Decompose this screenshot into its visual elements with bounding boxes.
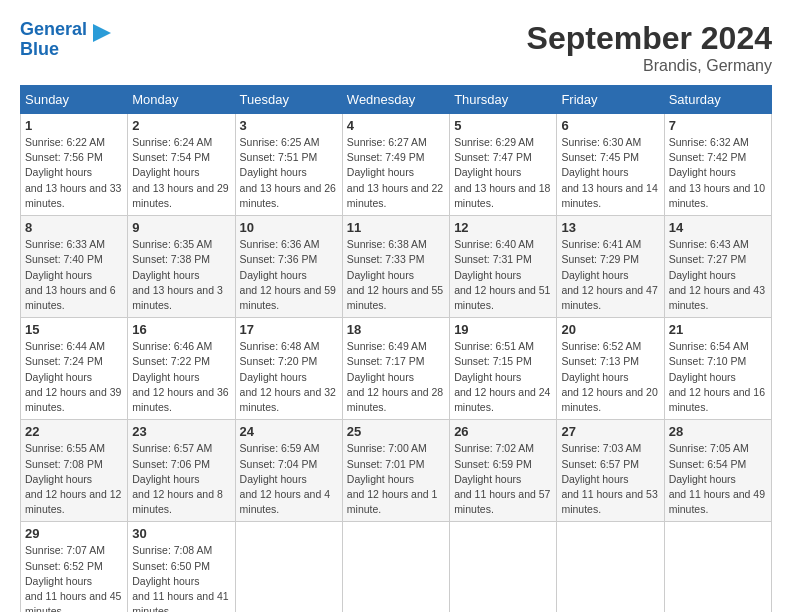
day-number: 6: [561, 118, 659, 133]
day-number: 14: [669, 220, 767, 235]
day-info: Sunrise: 6:48 AM Sunset: 7:20 PM Dayligh…: [240, 339, 338, 415]
calendar-week-row: 29 Sunrise: 7:07 AM Sunset: 6:52 PM Dayl…: [21, 522, 772, 612]
day-info: Sunrise: 6:40 AM Sunset: 7:31 PM Dayligh…: [454, 237, 552, 313]
col-saturday: Saturday: [664, 86, 771, 114]
page-header: GeneralBlue September 2024 Brandis, Germ…: [20, 20, 772, 75]
table-row: 21 Sunrise: 6:54 AM Sunset: 7:10 PM Dayl…: [664, 318, 771, 420]
calendar-header-row: Sunday Monday Tuesday Wednesday Thursday…: [21, 86, 772, 114]
day-info: Sunrise: 6:38 AM Sunset: 7:33 PM Dayligh…: [347, 237, 445, 313]
day-number: 18: [347, 322, 445, 337]
calendar-week-row: 22 Sunrise: 6:55 AM Sunset: 7:08 PM Dayl…: [21, 420, 772, 522]
table-row: 17 Sunrise: 6:48 AM Sunset: 7:20 PM Dayl…: [235, 318, 342, 420]
day-info: Sunrise: 6:54 AM Sunset: 7:10 PM Dayligh…: [669, 339, 767, 415]
table-row: 24 Sunrise: 6:59 AM Sunset: 7:04 PM Dayl…: [235, 420, 342, 522]
table-row: 5 Sunrise: 6:29 AM Sunset: 7:47 PM Dayli…: [450, 114, 557, 216]
table-row: 23 Sunrise: 6:57 AM Sunset: 7:06 PM Dayl…: [128, 420, 235, 522]
day-number: 25: [347, 424, 445, 439]
day-info: Sunrise: 6:57 AM Sunset: 7:06 PM Dayligh…: [132, 441, 230, 517]
day-info: Sunrise: 6:59 AM Sunset: 7:04 PM Dayligh…: [240, 441, 338, 517]
day-info: Sunrise: 6:27 AM Sunset: 7:49 PM Dayligh…: [347, 135, 445, 211]
day-info: Sunrise: 7:03 AM Sunset: 6:57 PM Dayligh…: [561, 441, 659, 517]
day-number: 16: [132, 322, 230, 337]
table-row: 29 Sunrise: 7:07 AM Sunset: 6:52 PM Dayl…: [21, 522, 128, 612]
empty-cell: [557, 522, 664, 612]
day-number: 7: [669, 118, 767, 133]
day-info: Sunrise: 6:43 AM Sunset: 7:27 PM Dayligh…: [669, 237, 767, 313]
table-row: 11 Sunrise: 6:38 AM Sunset: 7:33 PM Dayl…: [342, 216, 449, 318]
day-number: 12: [454, 220, 552, 235]
table-row: 14 Sunrise: 6:43 AM Sunset: 7:27 PM Dayl…: [664, 216, 771, 318]
day-number: 10: [240, 220, 338, 235]
svg-marker-0: [93, 24, 111, 42]
calendar-week-row: 8 Sunrise: 6:33 AM Sunset: 7:40 PM Dayli…: [21, 216, 772, 318]
day-info: Sunrise: 7:07 AM Sunset: 6:52 PM Dayligh…: [25, 543, 123, 612]
location: Brandis, Germany: [527, 57, 772, 75]
table-row: 2 Sunrise: 6:24 AM Sunset: 7:54 PM Dayli…: [128, 114, 235, 216]
table-row: 12 Sunrise: 6:40 AM Sunset: 7:31 PM Dayl…: [450, 216, 557, 318]
day-info: Sunrise: 6:24 AM Sunset: 7:54 PM Dayligh…: [132, 135, 230, 211]
col-wednesday: Wednesday: [342, 86, 449, 114]
day-info: Sunrise: 6:36 AM Sunset: 7:36 PM Dayligh…: [240, 237, 338, 313]
day-info: Sunrise: 7:00 AM Sunset: 7:01 PM Dayligh…: [347, 441, 445, 517]
logo: GeneralBlue: [20, 20, 113, 60]
empty-cell: [450, 522, 557, 612]
day-info: Sunrise: 6:49 AM Sunset: 7:17 PM Dayligh…: [347, 339, 445, 415]
empty-cell: [235, 522, 342, 612]
day-info: Sunrise: 7:05 AM Sunset: 6:54 PM Dayligh…: [669, 441, 767, 517]
table-row: 25 Sunrise: 7:00 AM Sunset: 7:01 PM Dayl…: [342, 420, 449, 522]
day-number: 24: [240, 424, 338, 439]
day-info: Sunrise: 6:32 AM Sunset: 7:42 PM Dayligh…: [669, 135, 767, 211]
logo-text: GeneralBlue: [20, 20, 87, 60]
table-row: 6 Sunrise: 6:30 AM Sunset: 7:45 PM Dayli…: [557, 114, 664, 216]
table-row: 3 Sunrise: 6:25 AM Sunset: 7:51 PM Dayli…: [235, 114, 342, 216]
table-row: 30 Sunrise: 7:08 AM Sunset: 6:50 PM Dayl…: [128, 522, 235, 612]
day-info: Sunrise: 6:46 AM Sunset: 7:22 PM Dayligh…: [132, 339, 230, 415]
col-tuesday: Tuesday: [235, 86, 342, 114]
table-row: 7 Sunrise: 6:32 AM Sunset: 7:42 PM Dayli…: [664, 114, 771, 216]
day-number: 17: [240, 322, 338, 337]
day-info: Sunrise: 6:51 AM Sunset: 7:15 PM Dayligh…: [454, 339, 552, 415]
day-number: 15: [25, 322, 123, 337]
table-row: 27 Sunrise: 7:03 AM Sunset: 6:57 PM Dayl…: [557, 420, 664, 522]
table-row: 19 Sunrise: 6:51 AM Sunset: 7:15 PM Dayl…: [450, 318, 557, 420]
day-info: Sunrise: 6:25 AM Sunset: 7:51 PM Dayligh…: [240, 135, 338, 211]
title-section: September 2024 Brandis, Germany: [527, 20, 772, 75]
month-title: September 2024: [527, 20, 772, 57]
day-info: Sunrise: 6:30 AM Sunset: 7:45 PM Dayligh…: [561, 135, 659, 211]
day-number: 9: [132, 220, 230, 235]
day-number: 29: [25, 526, 123, 541]
day-number: 11: [347, 220, 445, 235]
day-number: 30: [132, 526, 230, 541]
table-row: 13 Sunrise: 6:41 AM Sunset: 7:29 PM Dayl…: [557, 216, 664, 318]
table-row: 15 Sunrise: 6:44 AM Sunset: 7:24 PM Dayl…: [21, 318, 128, 420]
day-info: Sunrise: 6:35 AM Sunset: 7:38 PM Dayligh…: [132, 237, 230, 313]
col-friday: Friday: [557, 86, 664, 114]
table-row: 20 Sunrise: 6:52 AM Sunset: 7:13 PM Dayl…: [557, 318, 664, 420]
table-row: 22 Sunrise: 6:55 AM Sunset: 7:08 PM Dayl…: [21, 420, 128, 522]
day-number: 20: [561, 322, 659, 337]
col-monday: Monday: [128, 86, 235, 114]
day-number: 26: [454, 424, 552, 439]
empty-cell: [342, 522, 449, 612]
day-info: Sunrise: 7:08 AM Sunset: 6:50 PM Dayligh…: [132, 543, 230, 612]
table-row: 9 Sunrise: 6:35 AM Sunset: 7:38 PM Dayli…: [128, 216, 235, 318]
day-number: 28: [669, 424, 767, 439]
day-number: 5: [454, 118, 552, 133]
table-row: 16 Sunrise: 6:46 AM Sunset: 7:22 PM Dayl…: [128, 318, 235, 420]
day-info: Sunrise: 6:22 AM Sunset: 7:56 PM Dayligh…: [25, 135, 123, 211]
day-info: Sunrise: 7:02 AM Sunset: 6:59 PM Dayligh…: [454, 441, 552, 517]
col-thursday: Thursday: [450, 86, 557, 114]
day-number: 23: [132, 424, 230, 439]
day-number: 21: [669, 322, 767, 337]
table-row: 28 Sunrise: 7:05 AM Sunset: 6:54 PM Dayl…: [664, 420, 771, 522]
day-info: Sunrise: 6:52 AM Sunset: 7:13 PM Dayligh…: [561, 339, 659, 415]
calendar-week-row: 15 Sunrise: 6:44 AM Sunset: 7:24 PM Dayl…: [21, 318, 772, 420]
day-info: Sunrise: 6:33 AM Sunset: 7:40 PM Dayligh…: [25, 237, 123, 313]
table-row: 8 Sunrise: 6:33 AM Sunset: 7:40 PM Dayli…: [21, 216, 128, 318]
day-number: 22: [25, 424, 123, 439]
table-row: 18 Sunrise: 6:49 AM Sunset: 7:17 PM Dayl…: [342, 318, 449, 420]
day-number: 2: [132, 118, 230, 133]
table-row: 10 Sunrise: 6:36 AM Sunset: 7:36 PM Dayl…: [235, 216, 342, 318]
day-info: Sunrise: 6:41 AM Sunset: 7:29 PM Dayligh…: [561, 237, 659, 313]
logo-arrow-icon: [91, 22, 113, 44]
